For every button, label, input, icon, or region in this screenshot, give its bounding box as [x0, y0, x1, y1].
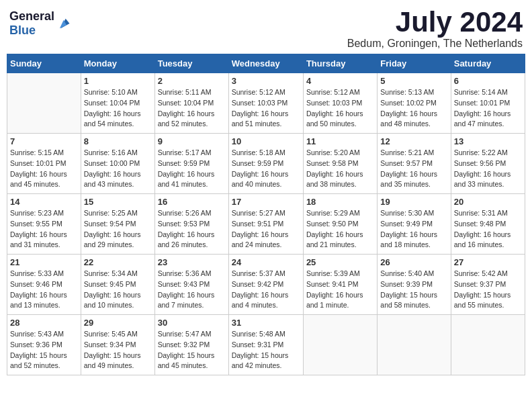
- day-info: Sunrise: 5:43 AMSunset: 9:36 PMDaylight:…: [10, 329, 78, 371]
- calendar-cell: 13Sunrise: 5:22 AMSunset: 9:56 PMDayligh…: [451, 134, 525, 194]
- day-number: 6: [454, 76, 522, 86]
- column-header-friday: Friday: [378, 54, 451, 73]
- column-header-tuesday: Tuesday: [154, 54, 228, 73]
- day-info: Sunrise: 5:13 AMSunset: 10:02 PMDaylight…: [380, 87, 447, 130]
- calendar-cell: 11Sunrise: 5:20 AMSunset: 9:58 PMDayligh…: [303, 134, 377, 194]
- day-number: 24: [232, 257, 300, 267]
- week-row-2: 7Sunrise: 5:15 AMSunset: 10:01 PMDayligh…: [7, 134, 525, 194]
- calendar-cell: 25Sunrise: 5:39 AMSunset: 9:41 PMDayligh…: [303, 255, 377, 315]
- day-number: 30: [158, 318, 226, 328]
- column-header-wednesday: Wednesday: [228, 54, 303, 73]
- day-info: Sunrise: 5:26 AMSunset: 9:53 PMDaylight:…: [158, 208, 226, 250]
- day-number: 16: [158, 197, 226, 207]
- calendar-cell: [303, 315, 377, 375]
- day-number: 7: [10, 136, 78, 146]
- day-info: Sunrise: 5:20 AMSunset: 9:58 PMDaylight:…: [306, 148, 374, 190]
- day-number: 14: [10, 197, 78, 207]
- calendar-cell: 6Sunrise: 5:14 AMSunset: 10:01 PMDayligh…: [451, 73, 525, 134]
- calendar-cell: 10Sunrise: 5:18 AMSunset: 9:59 PMDayligh…: [228, 134, 303, 194]
- calendar-cell: 2Sunrise: 5:11 AMSunset: 10:04 PMDayligh…: [154, 73, 228, 134]
- column-header-thursday: Thursday: [303, 54, 377, 73]
- week-row-3: 14Sunrise: 5:23 AMSunset: 9:55 PMDayligh…: [7, 194, 525, 255]
- header: General Blue July 2024 Bedum, Groningen,…: [7, 7, 525, 50]
- day-number: 1: [84, 76, 152, 86]
- day-number: 26: [380, 257, 447, 267]
- calendar-cell: 16Sunrise: 5:26 AMSunset: 9:53 PMDayligh…: [154, 194, 228, 255]
- column-header-saturday: Saturday: [451, 54, 525, 73]
- logo-text: General Blue: [9, 9, 54, 38]
- day-info: Sunrise: 5:22 AMSunset: 9:56 PMDaylight:…: [454, 148, 522, 190]
- day-number: 28: [10, 318, 78, 328]
- calendar-cell: 31Sunrise: 5:48 AMSunset: 9:31 PMDayligh…: [228, 315, 303, 375]
- calendar-cell: 26Sunrise: 5:40 AMSunset: 9:39 PMDayligh…: [378, 255, 451, 315]
- calendar-cell: 20Sunrise: 5:31 AMSunset: 9:48 PMDayligh…: [451, 194, 525, 255]
- day-number: 10: [232, 136, 300, 146]
- day-number: 22: [84, 257, 152, 267]
- calendar-cell: 24Sunrise: 5:37 AMSunset: 9:42 PMDayligh…: [228, 255, 303, 315]
- calendar-cell: 27Sunrise: 5:42 AMSunset: 9:37 PMDayligh…: [451, 255, 525, 315]
- logo-blue: Blue: [9, 24, 36, 37]
- day-info: Sunrise: 5:21 AMSunset: 9:57 PMDaylight:…: [380, 148, 447, 190]
- calendar-cell: 22Sunrise: 5:34 AMSunset: 9:45 PMDayligh…: [81, 255, 154, 315]
- calendar-cell: 1Sunrise: 5:10 AMSunset: 10:04 PMDayligh…: [81, 73, 154, 134]
- calendar-cell: 5Sunrise: 5:13 AMSunset: 10:02 PMDayligh…: [378, 73, 451, 134]
- logo-icon: [56, 16, 71, 31]
- week-row-4: 21Sunrise: 5:33 AMSunset: 9:46 PMDayligh…: [7, 255, 525, 315]
- day-info: Sunrise: 5:42 AMSunset: 9:37 PMDaylight:…: [454, 269, 522, 311]
- day-info: Sunrise: 5:16 AMSunset: 10:00 PMDaylight…: [84, 148, 152, 190]
- day-info: Sunrise: 5:37 AMSunset: 9:42 PMDaylight:…: [232, 269, 300, 311]
- calendar-cell: 23Sunrise: 5:36 AMSunset: 9:43 PMDayligh…: [154, 255, 228, 315]
- day-info: Sunrise: 5:12 AMSunset: 10:03 PMDaylight…: [306, 87, 374, 130]
- day-info: Sunrise: 5:11 AMSunset: 10:04 PMDaylight…: [158, 87, 226, 130]
- day-number: 21: [10, 257, 78, 267]
- calendar-header-row: SundayMondayTuesdayWednesdayThursdayFrid…: [7, 54, 525, 73]
- day-info: Sunrise: 5:15 AMSunset: 10:01 PMDaylight…: [10, 148, 78, 190]
- day-number: 5: [380, 76, 447, 86]
- day-number: 3: [232, 76, 300, 86]
- day-number: 20: [454, 197, 522, 207]
- day-number: 27: [454, 257, 522, 267]
- calendar-cell: 28Sunrise: 5:43 AMSunset: 9:36 PMDayligh…: [7, 315, 81, 375]
- location-title: Bedum, Groningen, The Netherlands: [347, 38, 523, 50]
- day-number: 18: [306, 197, 374, 207]
- calendar-cell: [451, 315, 525, 375]
- day-info: Sunrise: 5:39 AMSunset: 9:41 PMDaylight:…: [306, 269, 374, 311]
- calendar-cell: 14Sunrise: 5:23 AMSunset: 9:55 PMDayligh…: [7, 194, 81, 255]
- calendar-cell: [7, 73, 81, 134]
- day-number: 2: [158, 76, 226, 86]
- calendar-cell: 3Sunrise: 5:12 AMSunset: 10:03 PMDayligh…: [228, 73, 303, 134]
- calendar-cell: 30Sunrise: 5:47 AMSunset: 9:32 PMDayligh…: [154, 315, 228, 375]
- day-info: Sunrise: 5:31 AMSunset: 9:48 PMDaylight:…: [454, 208, 522, 250]
- day-number: 8: [84, 136, 152, 146]
- calendar-cell: 7Sunrise: 5:15 AMSunset: 10:01 PMDayligh…: [7, 134, 81, 194]
- day-number: 13: [454, 136, 522, 146]
- day-number: 15: [84, 197, 152, 207]
- day-info: Sunrise: 5:34 AMSunset: 9:45 PMDaylight:…: [84, 269, 152, 311]
- day-info: Sunrise: 5:30 AMSunset: 9:49 PMDaylight:…: [380, 208, 447, 250]
- day-info: Sunrise: 5:14 AMSunset: 10:01 PMDaylight…: [454, 87, 522, 130]
- week-row-1: 1Sunrise: 5:10 AMSunset: 10:04 PMDayligh…: [7, 73, 525, 134]
- calendar-cell: 17Sunrise: 5:27 AMSunset: 9:51 PMDayligh…: [228, 194, 303, 255]
- calendar-table: SundayMondayTuesdayWednesdayThursdayFrid…: [7, 54, 525, 375]
- day-info: Sunrise: 5:33 AMSunset: 9:46 PMDaylight:…: [10, 269, 78, 311]
- day-number: 31: [232, 318, 300, 328]
- calendar-cell: 18Sunrise: 5:29 AMSunset: 9:50 PMDayligh…: [303, 194, 377, 255]
- day-number: 9: [158, 136, 226, 146]
- logo: General Blue: [9, 9, 71, 38]
- day-number: 25: [306, 257, 374, 267]
- calendar-cell: 9Sunrise: 5:17 AMSunset: 9:59 PMDaylight…: [154, 134, 228, 194]
- day-number: 19: [380, 197, 447, 207]
- day-info: Sunrise: 5:45 AMSunset: 9:34 PMDaylight:…: [84, 329, 152, 371]
- day-info: Sunrise: 5:25 AMSunset: 9:54 PMDaylight:…: [84, 208, 152, 250]
- logo-general: General: [9, 9, 54, 23]
- calendar-cell: 15Sunrise: 5:25 AMSunset: 9:54 PMDayligh…: [81, 194, 154, 255]
- calendar-cell: 8Sunrise: 5:16 AMSunset: 10:00 PMDayligh…: [81, 134, 154, 194]
- day-number: 4: [306, 76, 374, 86]
- day-info: Sunrise: 5:48 AMSunset: 9:31 PMDaylight:…: [232, 329, 300, 371]
- day-info: Sunrise: 5:23 AMSunset: 9:55 PMDaylight:…: [10, 208, 78, 250]
- day-info: Sunrise: 5:27 AMSunset: 9:51 PMDaylight:…: [232, 208, 300, 250]
- day-info: Sunrise: 5:18 AMSunset: 9:59 PMDaylight:…: [232, 148, 300, 190]
- calendar-cell: 12Sunrise: 5:21 AMSunset: 9:57 PMDayligh…: [378, 134, 451, 194]
- calendar-cell: 4Sunrise: 5:12 AMSunset: 10:03 PMDayligh…: [303, 73, 377, 134]
- month-title: July 2024: [347, 7, 523, 38]
